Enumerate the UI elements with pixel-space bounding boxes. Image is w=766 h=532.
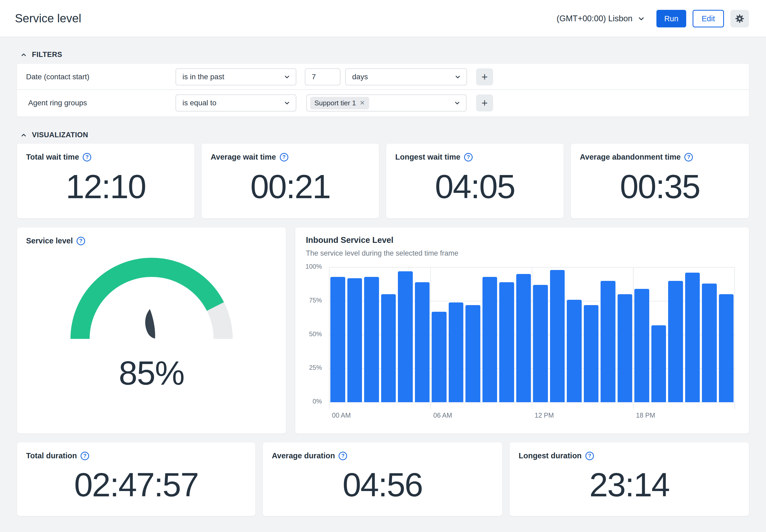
bar-slot bbox=[448, 267, 465, 402]
bar-hour-21 bbox=[685, 273, 700, 402]
bar-hour-19 bbox=[651, 325, 666, 402]
filters-section-toggle[interactable]: FILTERS bbox=[20, 51, 62, 59]
y-axis-label: 0% bbox=[313, 398, 322, 405]
bar-hour-06 bbox=[432, 312, 447, 402]
help-icon[interactable]: ? bbox=[280, 153, 288, 161]
bar-slot bbox=[498, 267, 515, 402]
edit-button[interactable]: Edit bbox=[693, 10, 724, 27]
y-axis-label: 100% bbox=[306, 263, 322, 270]
add-ring-group-filter-button[interactable]: + bbox=[476, 94, 493, 111]
y-axis-labels: 100%75%50%25%0% bbox=[302, 267, 322, 402]
timezone-select[interactable]: (GMT+00:00) Lisbon bbox=[557, 14, 645, 23]
help-icon[interactable]: ? bbox=[585, 452, 594, 460]
bar-hour-22 bbox=[702, 284, 717, 402]
x-axis-label: 00 AM bbox=[329, 412, 351, 419]
bar-slot bbox=[718, 267, 735, 402]
timezone-label: (GMT+00:00) Lisbon bbox=[557, 14, 632, 23]
metric-value: 00:21 bbox=[202, 161, 379, 218]
bar-hour-20 bbox=[668, 281, 683, 402]
bar-hour-00 bbox=[330, 277, 345, 402]
bar-slot bbox=[329, 267, 346, 402]
x-tick bbox=[329, 402, 330, 409]
bar-hour-15 bbox=[584, 305, 599, 402]
bar-hour-05 bbox=[415, 282, 430, 402]
help-icon[interactable]: ? bbox=[339, 452, 347, 460]
bar-hour-02 bbox=[364, 277, 379, 402]
card-average-wait-time: Average wait time? 00:21 bbox=[202, 144, 379, 218]
visualization-section-toggle[interactable]: VISUALIZATION bbox=[20, 131, 88, 139]
filters-section-label: FILTERS bbox=[32, 51, 62, 59]
gauge-arc bbox=[69, 256, 234, 342]
filter-label-ring-groups: Agent ring groups bbox=[28, 90, 87, 116]
x-tick bbox=[430, 402, 431, 409]
bar-hour-08 bbox=[465, 305, 480, 402]
date-operator-select[interactable]: is in the past bbox=[176, 68, 296, 85]
bar-hour-09 bbox=[482, 277, 497, 402]
chevron-down-icon bbox=[454, 99, 461, 106]
bar-slot bbox=[549, 267, 566, 402]
bar-slot bbox=[684, 267, 701, 402]
y-axis-label: 75% bbox=[309, 297, 322, 304]
add-date-filter-button[interactable]: + bbox=[476, 68, 493, 85]
filters-panel: Date (contact start) is in the past 7 da… bbox=[17, 64, 749, 117]
help-icon[interactable]: ? bbox=[464, 153, 473, 161]
bar-slot bbox=[650, 267, 667, 402]
card-total-duration: Total duration? 02:47:57 bbox=[17, 442, 255, 516]
card-label: Average abandonment time bbox=[580, 153, 681, 161]
ring-groups-operator-select[interactable]: is equal to bbox=[176, 94, 296, 111]
chart-plot bbox=[329, 267, 735, 402]
header-actions: (GMT+00:00) Lisbon Run Edit bbox=[557, 0, 749, 37]
bar-hour-16 bbox=[601, 281, 615, 402]
help-icon[interactable]: ? bbox=[684, 153, 693, 161]
gauge-needle bbox=[141, 309, 157, 340]
filter-label-date: Date (contact start) bbox=[26, 64, 89, 90]
gear-icon bbox=[735, 14, 745, 24]
header: Service level (GMT+00:00) Lisbon Run Edi… bbox=[0, 0, 766, 37]
bar-hour-03 bbox=[381, 294, 396, 402]
x-axis-label: 18 PM bbox=[633, 412, 655, 419]
help-icon[interactable]: ? bbox=[81, 452, 89, 460]
metric-value: 04:56 bbox=[263, 460, 502, 516]
bars bbox=[329, 267, 735, 402]
run-button[interactable]: Run bbox=[656, 10, 686, 27]
bar-slot bbox=[464, 267, 481, 402]
metric-value: 12:10 bbox=[17, 161, 194, 218]
date-unit-select[interactable]: days bbox=[345, 68, 467, 85]
bar-slot bbox=[431, 267, 448, 402]
bar-slot bbox=[515, 267, 532, 402]
settings-button[interactable] bbox=[730, 10, 749, 27]
chart-title: Inbound Service Level bbox=[306, 235, 393, 245]
bar-hour-17 bbox=[618, 294, 632, 402]
bar-slot bbox=[667, 267, 684, 402]
ring-groups-value-select[interactable]: Support tier 1 ✕ bbox=[306, 94, 467, 111]
chevron-up-icon bbox=[20, 51, 27, 58]
bar-slot bbox=[633, 267, 650, 402]
card-total-wait-time: Total wait time? 12:10 bbox=[17, 144, 194, 218]
x-axis-labels: 00 AM06 AM12 PM18 PM bbox=[329, 412, 735, 421]
bar-hour-14 bbox=[567, 300, 582, 402]
bar-hour-23 bbox=[719, 294, 734, 402]
ring-group-chip: Support tier 1 ✕ bbox=[310, 97, 369, 109]
x-axis-ticks bbox=[329, 402, 735, 409]
visualization-section-label: VISUALIZATION bbox=[32, 131, 88, 139]
chart-subtitle: The service level during the selected ti… bbox=[306, 249, 458, 257]
bar-hour-04 bbox=[398, 271, 413, 402]
bar-slot bbox=[481, 267, 498, 402]
card-label: Average duration bbox=[272, 451, 335, 460]
bar-slot bbox=[701, 267, 718, 402]
x-tick bbox=[532, 402, 532, 409]
y-axis-label: 50% bbox=[309, 330, 322, 338]
help-icon[interactable]: ? bbox=[83, 153, 91, 161]
gauge-value: 85% bbox=[119, 354, 184, 392]
card-label: Longest wait time bbox=[395, 153, 460, 161]
bar-slot bbox=[397, 267, 414, 402]
bar-slot bbox=[566, 267, 583, 402]
help-icon[interactable]: ? bbox=[77, 237, 85, 245]
date-operator-value: is in the past bbox=[182, 73, 224, 81]
y-axis-label: 25% bbox=[309, 364, 322, 371]
remove-chip-icon[interactable]: ✕ bbox=[360, 99, 365, 107]
date-value-input[interactable]: 7 bbox=[305, 68, 340, 85]
chevron-down-icon bbox=[284, 99, 290, 106]
bar-slot bbox=[617, 267, 634, 402]
bar-hour-18 bbox=[634, 289, 649, 402]
